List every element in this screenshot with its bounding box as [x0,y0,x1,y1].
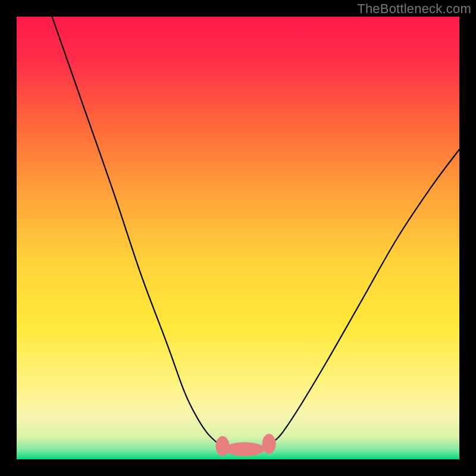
plot-area [17,17,459,459]
gradient-background [17,17,459,459]
watermark-text: TheBottleneck.com [357,1,471,17]
blob-right [262,434,275,454]
plot-svg [17,17,459,459]
chart-frame: TheBottleneck.com [0,0,476,476]
blob-center [225,443,265,456]
